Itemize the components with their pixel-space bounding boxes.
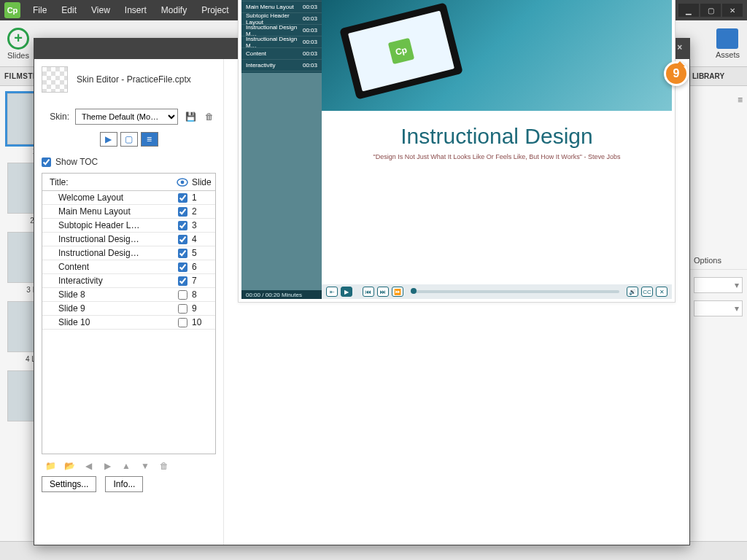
toc-row-slide: 5 [190,248,215,258]
toc-row-title: Main Menu Layout [42,206,174,217]
forward-icon[interactable]: ⏭ [377,287,389,297]
preview-content: Cp Instructional Design "Design Is Not J… [322,0,672,299]
toc-row[interactable]: Instructional Desig…4 [42,233,215,246]
show-toc-label: Show TOC [55,157,98,167]
toc-row-visible[interactable] [174,221,190,230]
toc-row-visible[interactable] [174,193,190,203]
toc-row-checkbox[interactable] [178,221,187,230]
toc-row-checkbox[interactable] [178,235,187,244]
toc-row-visible[interactable] [174,290,190,300]
show-toc-input[interactable] [42,158,51,167]
toc-toggle-icon[interactable]: ⇤ [326,287,338,297]
toc-row[interactable]: Interactivity7 [42,274,215,288]
toc-row-visible[interactable] [174,262,190,272]
toc-row[interactable]: Welcome Layout1 [42,191,215,205]
toc-row-visible[interactable] [174,304,190,314]
toc-row[interactable]: Slide 99 [42,302,215,316]
skin-section-tabs: ▶ ▢ ≡ [42,132,216,147]
toc-row-slide: 2 [190,206,215,217]
toc-row-slide: 6 [190,262,215,272]
toc-header-row: Title: Slide [42,174,215,191]
toc-row-visible[interactable] [174,235,190,244]
menu-file[interactable]: File [26,2,53,18]
options-tab[interactable]: Options [689,251,747,270]
skin-dropdown[interactable]: Theme Default (Mo… [75,109,178,125]
library-tab[interactable]: LIBRARY [689,67,747,86]
toc-row[interactable]: Content6 [42,260,215,274]
toc-row-checkbox[interactable] [178,304,187,314]
toc-row-checkbox[interactable] [178,276,187,286]
skin-editor-preview-area: Instructional Design Basics Slide Title … [224,59,689,545]
preview-toc-item: Instructional Design M…00:03 [241,36,322,48]
volume-icon[interactable]: 🔊 [627,287,638,297]
progress-track[interactable] [411,290,619,293]
move-down-icon[interactable]: ▼ [139,460,151,472]
skin-label: Skin: [42,112,69,122]
toc-row[interactable]: Main Menu Layout2 [42,205,215,219]
save-skin-icon[interactable]: 💾 [184,110,197,123]
move-up-icon[interactable]: ▲ [120,460,132,472]
maximize-button[interactable]: ▢ [700,4,721,17]
show-toc-checkbox[interactable]: Show TOC [42,157,216,167]
close-button[interactable]: ✕ [722,4,743,17]
delete-icon[interactable]: 🗑 [158,460,170,472]
dialog-close-button[interactable]: × [675,43,685,53]
folder-back-icon[interactable]: 📂 [63,460,75,472]
menu-project[interactable]: Project [195,2,235,18]
toc-row-title: Subtopic Header L… [42,220,174,230]
app-logo: Cp [4,2,20,18]
menu-modify[interactable]: Modify [155,2,193,18]
skin-editor-dialog: SKIN EDITOR × Skin Editor - PracticeFile… [34,38,690,545]
folder-icon[interactable]: 📁 [44,460,56,472]
plus-icon: + [7,28,29,50]
preview-title: Instructional Design [322,111,672,149]
info-button[interactable]: Info... [105,476,143,492]
toc-row-title: Content [42,262,174,272]
toc-row-visible[interactable] [174,276,190,286]
toc-row-slide: 4 [190,234,215,244]
settings-button[interactable]: Settings... [42,476,96,492]
assets-button[interactable]: Assets [716,28,740,59]
toc-row-checkbox[interactable] [178,262,187,272]
slides-button[interactable]: + Slides [7,28,29,60]
toc-row-title: Instructional Desig… [42,248,174,258]
dropdown[interactable]: ▾ [694,300,743,316]
toc-row-checkbox[interactable] [178,290,187,300]
preview-hero: Cp [322,0,672,111]
toc-row[interactable]: Slide 88 [42,288,215,302]
toc-grid: Title: Slide Welcome Layout1Main Menu La… [42,173,216,454]
menu-insert[interactable]: Insert [118,2,153,18]
move-right-icon[interactable]: ▶ [101,460,113,472]
playbar-tab[interactable]: ▶ [100,132,117,147]
toc-row[interactable]: Slide 1010 [42,316,215,330]
toc-row-checkbox[interactable] [178,193,187,203]
menu-view[interactable]: View [85,2,117,18]
toc-row-checkbox[interactable] [178,207,187,217]
delete-skin-icon[interactable]: 🗑 [203,110,216,123]
move-left-icon[interactable]: ◀ [82,460,94,472]
toc-row-title: Slide 8 [42,289,174,300]
toc-row-title: Instructional Desig… [42,234,174,244]
toc-row-visible[interactable] [174,318,190,327]
tablet-graphic: Cp [339,2,463,99]
minimize-button[interactable]: ▁ [678,4,699,17]
dropdown[interactable]: ▾ [694,277,743,293]
toc-row-checkbox[interactable] [178,318,187,327]
borders-tab[interactable]: ▢ [120,132,138,147]
toc-row[interactable]: Instructional Desig…5 [42,246,215,260]
menu-edit[interactable]: Edit [55,2,83,18]
skin-editor-left: Skin Editor - PracticeFile.cptx Skin: Th… [34,59,224,545]
cc-button[interactable]: CC [641,287,653,297]
toc-row[interactable]: Subtopic Header L…3 [42,219,215,233]
toc-row-slide: 9 [190,303,215,314]
toc-row-title: Interactivity [42,276,174,286]
play-icon[interactable]: ▶ [341,287,352,297]
rewind-icon[interactable]: ⏮ [363,287,374,297]
exit-icon[interactable]: ✕ [656,287,667,297]
toc-tab[interactable]: ≡ [141,132,158,147]
fast-forward-icon[interactable]: ⏩ [392,287,403,297]
toc-row-visible[interactable] [174,207,190,217]
toc-row-checkbox[interactable] [178,249,187,258]
slides-label: Slides [7,51,29,60]
toc-row-visible[interactable] [174,249,190,258]
